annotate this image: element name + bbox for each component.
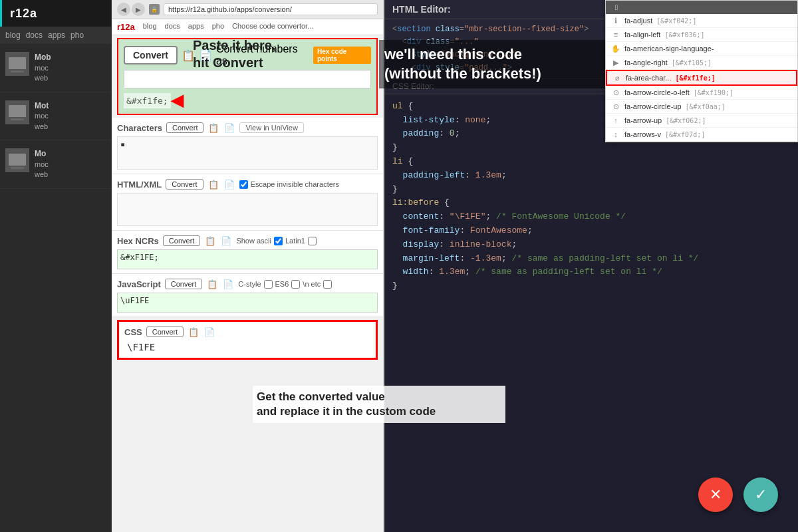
hex-ncrs-label: Hex NCRs xyxy=(117,236,159,246)
dropdown-item-fa-align-left[interactable]: ≡ fa-align-left [&#xf036;] xyxy=(606,28,797,42)
javascript-value: \uF1FE xyxy=(120,296,149,305)
css-output-value: \F1FE xyxy=(124,340,370,354)
red-arrow: ◀ xyxy=(171,91,183,110)
icon-dropdown[interactable]:  ℹ fa-adjust [&#xf042;] ≡ fa-align-left… xyxy=(605,0,798,142)
show-ascii-checkbox[interactable] xyxy=(274,237,283,245)
forward-button[interactable]: ▶ xyxy=(132,3,145,16)
output-row: &#xf1fe; ◀ xyxy=(124,91,371,110)
html-xml-convert-button[interactable]: Convert xyxy=(166,179,203,190)
main-input-field[interactable] xyxy=(124,70,371,88)
hex-ncrs-value: &#xF1FE; xyxy=(120,253,159,262)
css-header: CSS Convert 📋 📄 xyxy=(124,326,370,338)
hex-badge[interactable]: Hex code points xyxy=(313,47,371,64)
confirm-button[interactable]: ✓ xyxy=(743,477,778,512)
latin1-label: Latin1 xyxy=(285,237,305,245)
fa-arrow-circle-up-icon: ⊙ xyxy=(611,102,620,111)
sidebar-item-icon-1 xyxy=(5,52,29,76)
dropdown-item-fa-american[interactable]: ✋ fa-american-sign-language- xyxy=(606,42,797,56)
dropdown-item-fa-arrows-v[interactable]: ↕ fa-arrows-v [&#xf07d;] xyxy=(606,128,797,142)
nav-docs[interactable]: docs xyxy=(26,31,43,40)
dropdown-item-fa-arrow-up[interactable]: ↑ fa-arrow-up [&#xf062;] xyxy=(606,114,797,128)
dropdown-item-fa-angle-right[interactable]: ▶ fa-angle-right [&#xf105;] xyxy=(606,56,797,70)
nav-blog[interactable]: blog xyxy=(5,31,21,40)
fa-angle-right-code: [&#xf105;] xyxy=(672,59,712,66)
fa-american-name: fa-american-sign-language- xyxy=(624,45,714,53)
site-nav-apps[interactable]: apps xyxy=(188,22,204,32)
fa-arrows-v-code: [&#xf07d;] xyxy=(665,131,705,138)
main-convert-button[interactable]: Convert xyxy=(124,46,178,65)
fa-align-left-name: fa-align-left xyxy=(624,31,660,39)
javascript-file-icon[interactable]: 📄 xyxy=(222,278,234,290)
javascript-copy-icon[interactable]: 📋 xyxy=(206,278,218,290)
dropdown-item-fa-adjust[interactable]: ℹ fa-adjust [&#xf042;] xyxy=(606,14,797,28)
fa-arrows-v-name: fa-arrows-v xyxy=(624,130,661,138)
characters-output: ▪ xyxy=(117,136,378,170)
fa-area-char-icon: ⌀ xyxy=(612,73,622,82)
fa-arrow-circle-left-icon: ⊙ xyxy=(611,88,620,97)
lock-icon: 🔒 xyxy=(149,4,160,15)
main-input-section: Convert 📋 📄 Convert numbers as Hex code … xyxy=(117,38,378,115)
css-line-13: width: 1.3em; /* same as padding-left se… xyxy=(392,265,790,279)
javascript-label: JavaScript xyxy=(117,279,161,289)
html-xml-label: HTML/XML xyxy=(117,180,162,190)
es6-checkbox[interactable] xyxy=(291,280,300,289)
site-brand[interactable]: r12a xyxy=(117,22,135,32)
copy-icon[interactable]: 📋 xyxy=(182,49,195,62)
characters-file-icon[interactable]: 📄 xyxy=(223,122,235,134)
javascript-output: \uF1FE xyxy=(117,293,378,313)
n-etc-checkbox[interactable] xyxy=(323,280,332,289)
browser-arrows[interactable]: ◀ ▶ xyxy=(117,3,145,16)
site-nav-blog[interactable]: blog xyxy=(143,22,157,32)
dropdown-item-fa-arrow-circle-left[interactable]: ⊙ fa-arrow-circle-o-left [&#xf190;] xyxy=(606,86,797,100)
hex-ncrs-convert-button[interactable]: Convert xyxy=(163,235,201,246)
nav-pho[interactable]: pho xyxy=(70,31,84,40)
css-label: CSS xyxy=(124,327,142,337)
show-ascii-row: Show ascii Latin1 xyxy=(236,237,317,245)
editor-panel: HTML Editor: <section class="mbr-section… xyxy=(384,0,798,532)
url-bar[interactable]: https://r12a.github.io/apps/conversion/ xyxy=(164,3,378,15)
back-button[interactable]: ◀ xyxy=(117,3,130,16)
hex-ncrs-file-icon[interactable]: 📄 xyxy=(220,235,232,247)
css-editor-title: CSS Editor: xyxy=(392,82,434,91)
hex-ncrs-section: Hex NCRs Convert 📋 📄 Show ascii Latin1 &… xyxy=(112,231,383,274)
file-icon[interactable]: 📄 xyxy=(199,49,212,62)
site-nav-docs[interactable]: docs xyxy=(165,22,180,32)
nav-apps[interactable]: apps xyxy=(48,31,65,40)
dropdown-item-fa-area-char[interactable]: ⌀ fa-area-char... [&#xf1fe;] xyxy=(606,70,797,86)
sidebar-item-text-1: Mob moc web xyxy=(35,52,51,84)
hex-ncrs-header: Hex NCRs Convert 📋 📄 Show ascii Latin1 xyxy=(117,235,378,247)
html-xml-file-icon[interactable]: 📄 xyxy=(223,178,235,190)
hex-ncrs-output: &#xF1FE; xyxy=(117,249,378,269)
characters-copy-icon[interactable]: 📋 xyxy=(207,122,219,134)
characters-view-btn[interactable]: View in UniView xyxy=(239,122,303,133)
javascript-convert-button[interactable]: Convert xyxy=(165,279,203,289)
fa-arrow-circle-left-name: fa-arrow-circle-o-left xyxy=(624,88,690,96)
svg-rect-0 xyxy=(9,57,26,69)
js-options-row: C-style ES6 \n etc xyxy=(238,280,332,289)
css-line-5: li { xyxy=(392,155,790,169)
site-nav-extra[interactable]: Choose code convertor... xyxy=(232,22,313,32)
latin1-checkbox[interactable] xyxy=(308,237,317,245)
characters-section: Characters Convert 📋 📄 View in UniView ▪ xyxy=(112,118,383,174)
html-xml-copy-icon[interactable]: 📋 xyxy=(207,178,219,190)
site-nav-bar: r12a blog docs apps pho Choose code conv… xyxy=(112,19,383,35)
escape-invisible-checkbox[interactable] xyxy=(239,180,248,189)
dropdown-item-fa-arrow-circle-up[interactable]: ⊙ fa-arrow-circle-up [&#xf0aa;] xyxy=(606,100,797,114)
c-style-checkbox[interactable] xyxy=(264,280,273,289)
css-convert-button[interactable]: Convert xyxy=(146,327,184,337)
fa-angle-right-name: fa-angle-right xyxy=(624,59,668,66)
c-style-label: C-style xyxy=(238,280,261,288)
css-copy-icon[interactable]: 📋 xyxy=(188,326,200,338)
fa-align-left-code: [&#xf036;] xyxy=(664,31,704,39)
cancel-button[interactable]: ✕ xyxy=(698,477,733,512)
css-file-icon[interactable]: 📄 xyxy=(203,326,215,338)
site-nav-pho[interactable]: pho xyxy=(212,22,224,32)
characters-header: Characters Convert 📋 📄 View in UniView xyxy=(117,122,378,134)
characters-convert-button[interactable]: Convert xyxy=(166,122,204,133)
sidebar-item-2: Mot moc web xyxy=(0,92,111,141)
fa-adjust-name: fa-adjust xyxy=(624,17,652,25)
converter-panel: ◀ ▶ 🔒 https://r12a.github.io/apps/conver… xyxy=(112,0,384,532)
hex-ncrs-copy-icon[interactable]: 📋 xyxy=(204,235,216,247)
fa-arrow-up-icon: ↑ xyxy=(611,116,620,125)
sidebar-nav[interactable]: blog docs apps pho xyxy=(0,27,111,44)
